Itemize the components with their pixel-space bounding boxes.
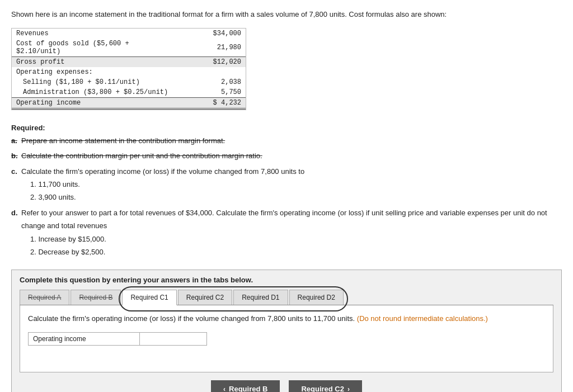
prev-button-label: Required B [229,385,267,392]
complete-question-box: Complete this question by entering your … [11,270,562,392]
sub-item: 1. Increase by $15,000. [30,233,562,245]
tab-content-text: Calculate the firm's operating income (o… [28,313,545,324]
income-row-label: Revenues [12,29,176,39]
income-row: Revenues$34,000 [12,29,246,39]
income-row-value: $ 4,232 [176,97,246,108]
complete-box-title: Complete this question by entering your … [20,276,553,284]
tab-main-text: Calculate the firm's operating income (o… [28,314,357,323]
item-text: Prepare an income statement in the contr… [21,136,225,145]
income-row: Operating income$ 4,232 [12,97,246,108]
required-item-a: a.Prepare an income statement in the con… [11,134,562,147]
required-title: Required: [11,124,45,132]
next-chevron-icon: › [347,385,350,392]
item-content: Calculate the contribution margin per un… [21,149,262,162]
tab-req-c1[interactable]: Required C1 [122,290,176,305]
income-statement-table: Revenues$34,000Cost of goods sold ($5,60… [11,28,246,110]
prev-button[interactable]: ‹ Required B [211,380,280,392]
intro-text: Shown here is an income statement in the… [11,9,562,20]
income-row-label: Administration ($3,800 + $0.25/unit) [12,87,176,98]
income-row-value: $12,020 [176,56,246,67]
tab-orange-text: (Do not round intermediate calculations.… [357,314,488,323]
income-row-label: Gross profit [12,56,176,67]
item-content: Prepare an income statement in the contr… [21,134,225,147]
operating-income-label: Operating income [28,332,140,346]
income-row-label: Operating expenses: [12,67,176,77]
tab-req-d2[interactable]: Required D2 [289,290,344,305]
tab-req-c2[interactable]: Required C2 [178,290,232,305]
income-row-value: 5,750 [176,87,246,98]
item-letter: d. [11,206,19,259]
income-row-label: Selling ($1,180 + $0.11/unit) [12,77,176,87]
required-section: Required: a.Prepare an income statement … [11,121,562,259]
income-row-label: Operating income [12,97,176,108]
item-letter: a. [11,134,19,147]
item-content: Refer to your answer to part a for total… [21,206,562,259]
next-button-label: Required C2 [301,385,344,392]
tab-req-a[interactable]: Required A [20,290,69,305]
required-item-b: b.Calculate the contribution margin per … [11,149,562,162]
item-text: Calculate the firm's operating income (o… [21,167,304,176]
tabs-row: Required ARequired BRequired C1Required … [20,290,553,305]
sub-item: 2. 3,900 units. [30,191,304,204]
operating-income-input[interactable] [140,332,207,346]
circled-tabs-group: Required C1Required C2Required D1Require… [122,290,345,305]
income-row-value: 21,980 [176,39,246,57]
sub-item: 1. 11,700 units. [30,178,304,191]
tab-req-b[interactable]: Required B [71,290,121,305]
prev-chevron-icon: ‹ [223,385,226,392]
income-row: Administration ($3,800 + $0.25/unit)5,75… [12,87,246,98]
item-text: Calculate the contribution margin per un… [21,152,262,160]
item-text: Refer to your answer to part a for total… [21,209,547,230]
operating-income-row: Operating income [28,332,545,346]
required-item-c: c.Calculate the firm's operating income … [11,165,562,204]
income-row-value: $34,000 [176,29,246,39]
item-content: Calculate the firm's operating income (o… [21,165,304,204]
income-row-value: 2,038 [176,77,246,87]
required-item-d: d.Refer to your answer to part a for tot… [11,206,562,259]
item-letter: b. [11,149,19,162]
sub-item: 2. Decrease by $2,500. [30,245,562,258]
navigation-buttons: ‹ Required B Required C2 › [20,372,553,392]
income-row-value [176,67,246,77]
next-button[interactable]: Required C2 › [289,380,362,392]
income-row: Cost of goods sold ($5,600 + $2.10/unit)… [12,39,246,57]
income-row: Selling ($1,180 + $0.11/unit)2,038 [12,77,246,87]
tab-content-panel: Calculate the firm's operating income (o… [20,305,553,372]
income-row: Operating expenses: [12,67,246,77]
income-row-label: Cost of goods sold ($5,600 + $2.10/unit) [12,39,176,57]
item-letter: c. [11,165,19,204]
income-row: Gross profit$12,020 [12,56,246,67]
tab-req-d1[interactable]: Required D1 [233,290,288,305]
